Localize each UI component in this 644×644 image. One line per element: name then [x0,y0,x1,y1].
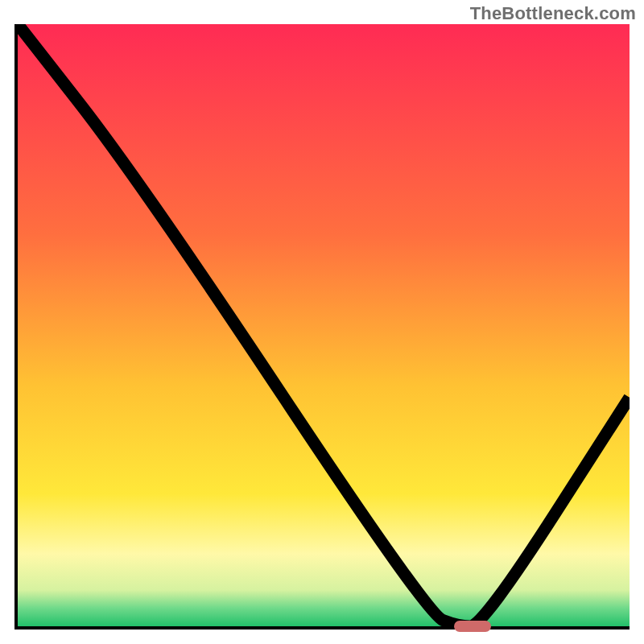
watermark: TheBottleneck.com [470,3,636,24]
bottleneck-curve [18,24,630,626]
optimal-marker [454,621,491,632]
plot-area [14,24,630,630]
chart-container: TheBottleneck.com [0,0,644,644]
